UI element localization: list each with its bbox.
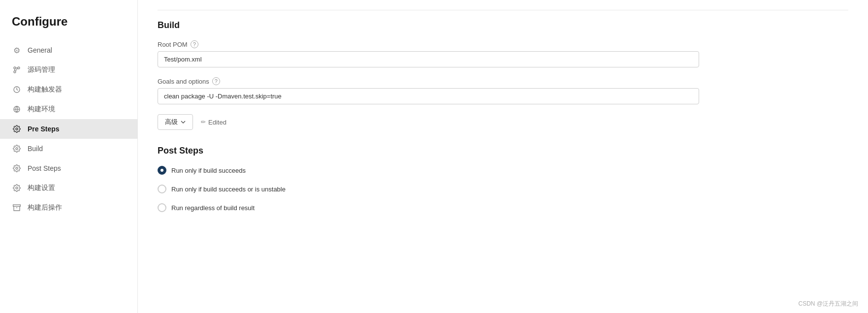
edited-text: Edited [208, 119, 226, 126]
radio-run-always[interactable]: Run regardless of build result [158, 203, 848, 212]
root-pom-input[interactable] [158, 51, 699, 67]
sidebar-item-source-mgmt[interactable]: 源码管理 [0, 60, 137, 80]
sidebar-item-label: 源码管理 [28, 65, 55, 74]
goals-options-help-icon[interactable]: ? [212, 77, 220, 85]
radio-run-unstable[interactable]: Run only if build succeeds or is unstabl… [158, 185, 848, 193]
sidebar-title: Configure [0, 10, 137, 40]
globe-icon [12, 104, 22, 114]
sidebar-item-label: General [28, 46, 52, 54]
radio-label-always: Run regardless of build result [171, 204, 255, 212]
svg-point-0 [14, 67, 16, 69]
edited-status: ✏ Edited [201, 119, 226, 126]
radio-label-success: Run only if build succeeds [171, 167, 246, 174]
edit-icon: ✏ [201, 119, 206, 125]
sidebar-item-build[interactable]: Build [0, 139, 137, 158]
svg-point-12 [16, 187, 18, 189]
sidebar-item-build-env[interactable]: 构建环境 [0, 99, 137, 119]
sidebar-item-pre-steps[interactable]: Pre Steps [0, 119, 137, 139]
root-pom-label: Root POM ? [158, 40, 848, 48]
post-steps-section: Post Steps Run only if build succeeds Ru… [158, 146, 848, 212]
sidebar-item-build-triggers[interactable]: 构建触发器 [0, 80, 137, 99]
svg-line-5 [16, 68, 18, 71]
sidebar-item-general[interactable]: ⚙ General [0, 40, 137, 60]
svg-point-9 [16, 128, 18, 130]
watermark: CSDN @泛丹五湖之间 [798, 300, 858, 308]
sidebar-item-label: Build [28, 145, 43, 153]
sidebar-item-label: 构建触发器 [28, 85, 62, 94]
build-section: Build Root POM ? Goals and options ? [158, 10, 848, 130]
gear-icon-presteps [12, 124, 22, 134]
sidebar-item-build-settings[interactable]: 构建设置 [0, 178, 137, 198]
radio-circle-unstable[interactable] [158, 185, 166, 193]
main-content: Build Root POM ? Goals and options ? [138, 0, 868, 313]
sidebar-item-label: 构建环境 [28, 105, 55, 114]
sidebar-item-label: 构建设置 [28, 184, 55, 192]
sidebar-item-post-build[interactable]: 构建后操作 [0, 198, 137, 218]
goals-options-input[interactable] [158, 88, 699, 104]
gear-icon-poststeps [12, 163, 22, 173]
svg-point-2 [18, 67, 20, 69]
sidebar-item-post-steps[interactable]: Post Steps [0, 158, 137, 178]
sidebar-item-label: 构建后操作 [28, 203, 62, 212]
goals-options-field: Goals and options ? [158, 77, 848, 104]
sidebar-item-label: Post Steps [28, 164, 61, 172]
radio-label-unstable: Run only if build succeeds or is unstabl… [171, 186, 286, 193]
radio-circle-always[interactable] [158, 203, 166, 212]
svg-point-10 [16, 148, 18, 150]
package-icon [12, 203, 22, 213]
radio-run-success[interactable]: Run only if build succeeds [158, 166, 848, 175]
goals-options-label: Goals and options ? [158, 77, 848, 85]
advanced-button[interactable]: 高级 [158, 114, 193, 130]
gear-icon: ⚙ [12, 45, 22, 55]
build-section-title: Build [158, 10, 848, 31]
post-steps-title: Post Steps [158, 146, 848, 156]
clock-icon [12, 85, 22, 94]
sidebar: Configure ⚙ General 源码管理 构建触发器 [0, 0, 138, 313]
svg-point-11 [16, 167, 18, 169]
radio-circle-success[interactable] [158, 166, 166, 175]
svg-point-1 [14, 71, 16, 73]
gear-icon-build [12, 144, 22, 154]
advanced-button-label: 高级 [165, 118, 178, 126]
root-pom-help-icon[interactable]: ? [191, 40, 198, 48]
gear-icon-buildsettings [12, 183, 22, 193]
branch-icon [12, 65, 22, 75]
chevron-down-icon [181, 120, 186, 125]
sidebar-item-label: Pre Steps [28, 125, 60, 133]
svg-rect-13 [13, 205, 21, 206]
root-pom-field: Root POM ? [158, 40, 848, 67]
build-toolbar: 高级 ✏ Edited [158, 114, 848, 130]
